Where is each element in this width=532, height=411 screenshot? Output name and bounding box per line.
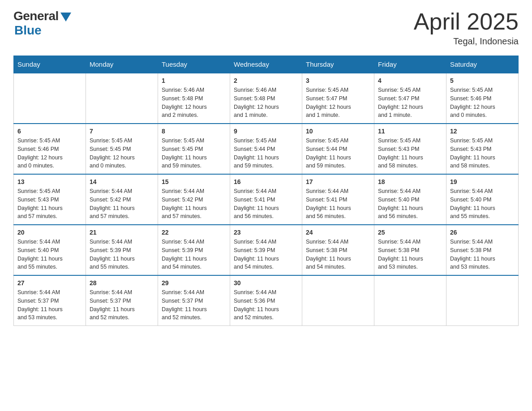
day-info: Sunrise: 5:44 AMSunset: 5:41 PMDaylight:… bbox=[306, 187, 370, 221]
day-number: 2 bbox=[234, 77, 298, 84]
day-info: Sunrise: 5:46 AMSunset: 5:48 PMDaylight:… bbox=[234, 86, 298, 120]
day-info: Sunrise: 5:45 AMSunset: 5:44 PMDaylight:… bbox=[234, 137, 298, 170]
logo-blue-text: Blue bbox=[14, 23, 42, 38]
calendar-cell bbox=[302, 275, 374, 326]
day-info: Sunrise: 5:45 AMSunset: 5:43 PMDaylight:… bbox=[378, 137, 442, 170]
calendar-week-row: 13Sunrise: 5:45 AMSunset: 5:43 PMDayligh… bbox=[14, 174, 519, 225]
day-number: 6 bbox=[17, 128, 82, 135]
day-number: 9 bbox=[234, 128, 298, 135]
day-number: 16 bbox=[234, 178, 298, 185]
day-info: Sunrise: 5:45 AMSunset: 5:47 PMDaylight:… bbox=[378, 86, 442, 120]
calendar-cell: 29Sunrise: 5:44 AMSunset: 5:37 PMDayligh… bbox=[158, 275, 230, 326]
day-number: 10 bbox=[306, 128, 370, 135]
day-number: 19 bbox=[450, 178, 515, 185]
day-info: Sunrise: 5:44 AMSunset: 5:38 PMDaylight:… bbox=[378, 238, 442, 271]
day-info: Sunrise: 5:45 AMSunset: 5:46 PMDaylight:… bbox=[17, 137, 82, 170]
calendar-cell: 12Sunrise: 5:45 AMSunset: 5:43 PMDayligh… bbox=[446, 124, 519, 174]
day-number: 26 bbox=[450, 229, 515, 236]
day-number: 18 bbox=[378, 178, 442, 185]
header-saturday: Saturday bbox=[446, 56, 519, 73]
day-info: Sunrise: 5:45 AMSunset: 5:44 PMDaylight:… bbox=[306, 137, 370, 170]
day-info: Sunrise: 5:45 AMSunset: 5:43 PMDaylight:… bbox=[450, 137, 515, 170]
calendar-cell: 6Sunrise: 5:45 AMSunset: 5:46 PMDaylight… bbox=[14, 124, 86, 174]
day-number: 7 bbox=[90, 128, 154, 135]
calendar-cell: 23Sunrise: 5:44 AMSunset: 5:39 PMDayligh… bbox=[230, 225, 302, 275]
calendar-cell: 4Sunrise: 5:45 AMSunset: 5:47 PMDaylight… bbox=[374, 73, 446, 124]
day-info: Sunrise: 5:44 AMSunset: 5:40 PMDaylight:… bbox=[450, 187, 515, 221]
calendar-cell: 25Sunrise: 5:44 AMSunset: 5:38 PMDayligh… bbox=[374, 225, 446, 275]
header-wednesday: Wednesday bbox=[230, 56, 302, 73]
calendar-cell: 18Sunrise: 5:44 AMSunset: 5:40 PMDayligh… bbox=[374, 174, 446, 225]
day-info: Sunrise: 5:44 AMSunset: 5:42 PMDaylight:… bbox=[90, 187, 154, 221]
day-info: Sunrise: 5:44 AMSunset: 5:39 PMDaylight:… bbox=[90, 238, 154, 271]
calendar-cell: 14Sunrise: 5:44 AMSunset: 5:42 PMDayligh… bbox=[86, 174, 158, 225]
day-info: Sunrise: 5:44 AMSunset: 5:40 PMDaylight:… bbox=[17, 238, 82, 271]
page-header: General Blue April 2025 Tegal, Indonesia bbox=[13, 9, 519, 47]
calendar-cell: 11Sunrise: 5:45 AMSunset: 5:43 PMDayligh… bbox=[374, 124, 446, 174]
month-title: April 2025 bbox=[414, 9, 519, 34]
day-number: 29 bbox=[162, 279, 226, 287]
day-number: 15 bbox=[162, 178, 226, 185]
day-number: 8 bbox=[162, 128, 226, 135]
day-info: Sunrise: 5:44 AMSunset: 5:38 PMDaylight:… bbox=[306, 238, 370, 271]
calendar-cell: 22Sunrise: 5:44 AMSunset: 5:39 PMDayligh… bbox=[158, 225, 230, 275]
day-info: Sunrise: 5:44 AMSunset: 5:37 PMDaylight:… bbox=[17, 288, 82, 322]
day-number: 4 bbox=[378, 77, 442, 84]
header-tuesday: Tuesday bbox=[158, 56, 230, 73]
day-number: 12 bbox=[450, 128, 515, 135]
calendar-cell: 21Sunrise: 5:44 AMSunset: 5:39 PMDayligh… bbox=[86, 225, 158, 275]
day-info: Sunrise: 5:44 AMSunset: 5:40 PMDaylight:… bbox=[378, 187, 442, 221]
day-number: 24 bbox=[306, 229, 370, 236]
day-number: 28 bbox=[90, 279, 154, 287]
day-info: Sunrise: 5:45 AMSunset: 5:46 PMDaylight:… bbox=[450, 86, 515, 120]
calendar-week-row: 20Sunrise: 5:44 AMSunset: 5:40 PMDayligh… bbox=[14, 225, 519, 275]
day-number: 21 bbox=[90, 229, 154, 236]
header-thursday: Thursday bbox=[302, 56, 374, 73]
calendar-cell: 15Sunrise: 5:44 AMSunset: 5:42 PMDayligh… bbox=[158, 174, 230, 225]
day-info: Sunrise: 5:44 AMSunset: 5:39 PMDaylight:… bbox=[162, 238, 226, 271]
day-number: 20 bbox=[17, 229, 82, 236]
day-number: 22 bbox=[162, 229, 226, 236]
day-info: Sunrise: 5:44 AMSunset: 5:42 PMDaylight:… bbox=[162, 187, 226, 221]
day-info: Sunrise: 5:44 AMSunset: 5:37 PMDaylight:… bbox=[162, 288, 226, 322]
day-number: 13 bbox=[17, 178, 82, 185]
day-number: 17 bbox=[306, 178, 370, 185]
day-info: Sunrise: 5:45 AMSunset: 5:45 PMDaylight:… bbox=[162, 137, 226, 170]
calendar-cell bbox=[446, 275, 519, 326]
calendar-week-row: 1Sunrise: 5:46 AMSunset: 5:48 PMDaylight… bbox=[14, 73, 519, 124]
logo-general-text: General bbox=[13, 9, 59, 23]
calendar-cell: 30Sunrise: 5:44 AMSunset: 5:36 PMDayligh… bbox=[230, 275, 302, 326]
header-sunday: Sunday bbox=[14, 56, 86, 73]
day-number: 25 bbox=[378, 229, 442, 236]
day-info: Sunrise: 5:45 AMSunset: 5:47 PMDaylight:… bbox=[306, 86, 370, 120]
day-number: 1 bbox=[162, 77, 226, 84]
calendar-cell: 28Sunrise: 5:44 AMSunset: 5:37 PMDayligh… bbox=[86, 275, 158, 326]
calendar-cell bbox=[86, 73, 158, 124]
day-number: 23 bbox=[234, 229, 298, 236]
calendar-cell: 27Sunrise: 5:44 AMSunset: 5:37 PMDayligh… bbox=[14, 275, 86, 326]
calendar-cell: 20Sunrise: 5:44 AMSunset: 5:40 PMDayligh… bbox=[14, 225, 86, 275]
day-number: 30 bbox=[234, 279, 298, 287]
calendar-header-row: SundayMondayTuesdayWednesdayThursdayFrid… bbox=[14, 56, 519, 73]
calendar-week-row: 27Sunrise: 5:44 AMSunset: 5:37 PMDayligh… bbox=[14, 275, 519, 326]
logo-triangle-icon bbox=[60, 13, 71, 21]
day-info: Sunrise: 5:44 AMSunset: 5:38 PMDaylight:… bbox=[450, 238, 515, 271]
day-number: 3 bbox=[306, 77, 370, 84]
calendar-cell: 5Sunrise: 5:45 AMSunset: 5:46 PMDaylight… bbox=[446, 73, 519, 124]
day-info: Sunrise: 5:44 AMSunset: 5:36 PMDaylight:… bbox=[234, 288, 298, 322]
day-info: Sunrise: 5:44 AMSunset: 5:41 PMDaylight:… bbox=[234, 187, 298, 221]
day-number: 11 bbox=[378, 128, 442, 135]
calendar-cell: 1Sunrise: 5:46 AMSunset: 5:48 PMDaylight… bbox=[158, 73, 230, 124]
day-info: Sunrise: 5:46 AMSunset: 5:48 PMDaylight:… bbox=[162, 86, 226, 120]
calendar-cell bbox=[374, 275, 446, 326]
calendar-cell: 2Sunrise: 5:46 AMSunset: 5:48 PMDaylight… bbox=[230, 73, 302, 124]
calendar-table: SundayMondayTuesdayWednesdayThursdayFrid… bbox=[13, 56, 519, 326]
calendar-cell: 9Sunrise: 5:45 AMSunset: 5:44 PMDaylight… bbox=[230, 124, 302, 174]
calendar-cell: 24Sunrise: 5:44 AMSunset: 5:38 PMDayligh… bbox=[302, 225, 374, 275]
calendar-cell: 8Sunrise: 5:45 AMSunset: 5:45 PMDaylight… bbox=[158, 124, 230, 174]
header-friday: Friday bbox=[374, 56, 446, 73]
calendar-cell: 13Sunrise: 5:45 AMSunset: 5:43 PMDayligh… bbox=[14, 174, 86, 225]
day-info: Sunrise: 5:45 AMSunset: 5:45 PMDaylight:… bbox=[90, 137, 154, 170]
day-number: 27 bbox=[17, 279, 82, 287]
day-info: Sunrise: 5:44 AMSunset: 5:39 PMDaylight:… bbox=[234, 238, 298, 271]
